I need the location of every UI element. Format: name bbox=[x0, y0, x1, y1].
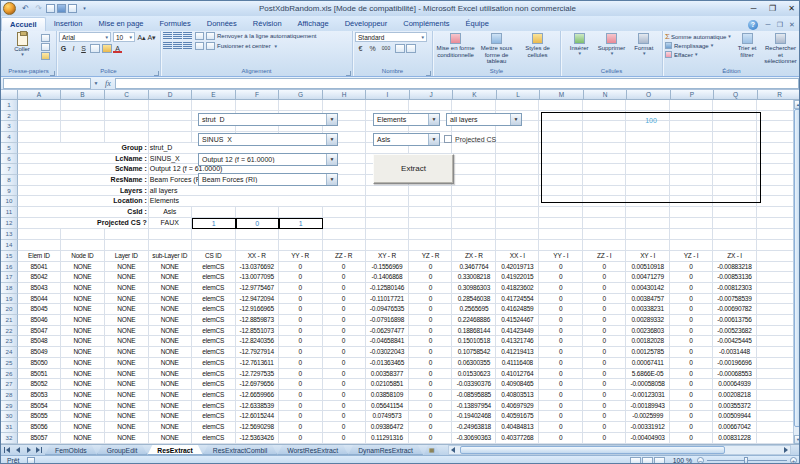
grid-cell[interactable] bbox=[626, 240, 670, 251]
row-header-17[interactable]: 17 bbox=[1, 272, 18, 283]
table-data-cell[interactable]: -0.00523682 bbox=[713, 326, 757, 337]
table-data-cell[interactable]: 0 bbox=[409, 422, 452, 433]
table-data-cell[interactable]: NONE bbox=[149, 422, 192, 433]
table-data-cell[interactable]: -12.9166965 bbox=[236, 304, 279, 315]
scroll-up-icon[interactable]: ▲ bbox=[794, 100, 800, 109]
table-data-cell[interactable]: NONE bbox=[61, 272, 105, 283]
table-data-cell[interactable]: NONE bbox=[149, 379, 192, 390]
table-data-cell[interactable]: -12.6338539 bbox=[236, 401, 279, 412]
zoom-slider-thumb[interactable] bbox=[744, 457, 748, 464]
ribbon-tab-compléments[interactable]: Compléments bbox=[395, 17, 457, 31]
grid-cell[interactable] bbox=[105, 132, 149, 143]
table-data-cell[interactable]: 0.00358377 bbox=[366, 369, 410, 380]
table-data-cell[interactable]: 0 bbox=[583, 262, 626, 273]
row-header-20[interactable]: 20 bbox=[1, 304, 18, 315]
table-header-cell[interactable]: Elem ID bbox=[18, 251, 61, 262]
macro-record-icon[interactable] bbox=[27, 457, 35, 464]
table-data-cell[interactable]: 0 bbox=[670, 379, 713, 390]
column-header-C[interactable]: C bbox=[105, 90, 149, 100]
table-data-cell[interactable]: 0 bbox=[539, 411, 583, 422]
grid-cell[interactable] bbox=[539, 100, 583, 111]
table-data-cell[interactable]: 0 bbox=[539, 379, 583, 390]
grid-cell[interactable] bbox=[149, 132, 192, 143]
grid-cell[interactable] bbox=[366, 196, 410, 207]
grid-cell[interactable] bbox=[61, 132, 105, 143]
table-data-cell[interactable]: 0.40908465 bbox=[496, 379, 539, 390]
grid-cell[interactable] bbox=[670, 240, 713, 251]
grid-cell[interactable] bbox=[192, 240, 236, 251]
table-data-cell[interactable]: -0.04658841 bbox=[366, 336, 410, 347]
table-data-cell[interactable]: -0.03022043 bbox=[366, 347, 410, 358]
table-data-cell[interactable]: -0.00758539 bbox=[713, 294, 757, 305]
sheet-tab-resextract[interactable]: ResExtract bbox=[147, 445, 203, 455]
column-header-A[interactable]: A bbox=[18, 90, 61, 100]
projected-cs-checkbox[interactable]: Projected CS bbox=[444, 135, 496, 143]
table-data-cell[interactable]: NONE bbox=[61, 358, 105, 369]
table-data-cell[interactable]: 0.0749573 bbox=[366, 411, 410, 422]
ribbon-tab-affichage[interactable]: Affichage bbox=[290, 17, 337, 31]
table-data-cell[interactable]: elemCS bbox=[192, 262, 236, 273]
table-data-cell[interactable]: 0 bbox=[323, 401, 366, 412]
table-data-cell[interactable]: 0 bbox=[583, 422, 626, 433]
location-dropdown[interactable]: Elements▼ bbox=[373, 113, 440, 126]
table-data-cell[interactable]: 0.28546038 bbox=[452, 294, 496, 305]
grid-cell[interactable] bbox=[452, 240, 496, 251]
table-header-cell[interactable]: CS ID bbox=[192, 251, 236, 262]
table-data-cell[interactable]: -0.07916898 bbox=[366, 315, 410, 326]
table-data-cell[interactable]: 0 bbox=[670, 369, 713, 380]
table-data-cell[interactable]: 0 bbox=[539, 336, 583, 347]
row-header-8[interactable]: 8 bbox=[1, 175, 18, 186]
vertical-scrollbar[interactable]: ▲ ▼ bbox=[793, 100, 800, 444]
table-data-cell[interactable]: NONE bbox=[105, 422, 149, 433]
table-data-cell[interactable]: NONE bbox=[105, 379, 149, 390]
grid-cell[interactable] bbox=[366, 229, 410, 240]
table-data-cell[interactable]: 0.15010518 bbox=[452, 336, 496, 347]
table-header-cell[interactable]: XX - R bbox=[236, 251, 279, 262]
row-header-6[interactable]: 6 bbox=[1, 154, 18, 165]
row-header-2[interactable]: 2 bbox=[1, 111, 18, 122]
row-header-21[interactable]: 21 bbox=[1, 315, 18, 326]
last-sheet-icon[interactable] bbox=[34, 445, 45, 455]
grid-cell[interactable] bbox=[583, 100, 626, 111]
table-data-cell[interactable]: 0 bbox=[539, 315, 583, 326]
table-data-cell[interactable]: 85049 bbox=[18, 347, 61, 358]
table-data-cell[interactable]: -0.24963818 bbox=[452, 422, 496, 433]
sort-filter-button[interactable]: Trier et filtrer bbox=[731, 32, 763, 67]
cells-item-1[interactable]: Supprimer▼ bbox=[595, 32, 627, 67]
table-data-cell[interactable]: 0 bbox=[323, 294, 366, 305]
table-data-cell[interactable]: NONE bbox=[105, 262, 149, 273]
grid-cell[interactable] bbox=[409, 218, 452, 230]
orientation-icon[interactable] bbox=[195, 32, 204, 40]
table-data-cell[interactable]: 0 bbox=[409, 294, 452, 305]
table-data-cell[interactable]: NONE bbox=[105, 272, 149, 283]
table-data-cell[interactable]: elemCS bbox=[192, 326, 236, 337]
copy-icon[interactable] bbox=[41, 43, 50, 51]
table-data-cell[interactable]: 0 bbox=[409, 358, 452, 369]
table-data-cell[interactable]: 0 bbox=[279, 283, 323, 294]
table-data-cell[interactable]: 0 bbox=[670, 390, 713, 401]
table-data-cell[interactable]: 0 bbox=[323, 283, 366, 294]
page-layout-view-icon[interactable] bbox=[642, 457, 653, 464]
table-data-cell[interactable]: 0.40697929 bbox=[496, 401, 539, 412]
table-data-cell[interactable]: NONE bbox=[149, 401, 192, 412]
font-dialog-launcher[interactable] bbox=[154, 71, 159, 76]
normal-view-icon[interactable] bbox=[630, 457, 641, 464]
table-data-cell[interactable]: NONE bbox=[61, 326, 105, 337]
scroll-right-icon[interactable] bbox=[781, 446, 790, 454]
table-data-cell[interactable]: 0 bbox=[409, 326, 452, 337]
table-data-cell[interactable]: NONE bbox=[105, 433, 149, 444]
row-header-28[interactable]: 28 bbox=[1, 390, 18, 401]
table-data-cell[interactable]: 0 bbox=[409, 379, 452, 390]
table-data-cell[interactable]: 0.41321746 bbox=[496, 336, 539, 347]
table-data-cell[interactable]: 0 bbox=[670, 326, 713, 337]
table-data-cell[interactable]: -0.00058058 bbox=[626, 379, 670, 390]
grid-cell[interactable] bbox=[323, 229, 366, 240]
table-data-cell[interactable]: 0 bbox=[583, 411, 626, 422]
grid-cell[interactable] bbox=[192, 229, 236, 240]
cs-dropdown[interactable]: Asls▼ bbox=[373, 133, 440, 146]
table-data-cell[interactable]: 0 bbox=[409, 283, 452, 294]
table-data-cell[interactable]: 0 bbox=[583, 336, 626, 347]
autosum-button[interactable]: Σ Somme automatique▼ bbox=[665, 32, 731, 41]
table-data-cell[interactable]: -12.6015244 bbox=[236, 411, 279, 422]
table-data-cell[interactable]: 0 bbox=[670, 272, 713, 283]
